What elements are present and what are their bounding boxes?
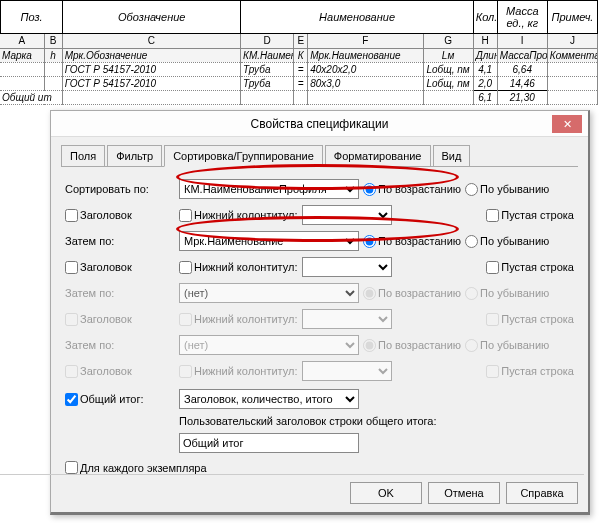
sort1-desc-radio[interactable]	[465, 183, 478, 196]
table-row[interactable]: ГОСТ Р 54157-2010 Труба = 80x3,0 Lобщ, п…	[0, 77, 598, 91]
tab-sort[interactable]: Сортировка/Группирование	[164, 145, 323, 167]
sort1-header-check[interactable]	[65, 209, 78, 222]
cancel-button[interactable]: Отмена	[428, 482, 500, 504]
sort2-header-check[interactable]	[65, 261, 78, 274]
sort2-footer-check[interactable]	[179, 261, 192, 274]
col-mass: Масса ед., кг	[497, 1, 547, 34]
sort1-blank-check[interactable]	[486, 209, 499, 222]
total-row: Общий ит 6,1 21,30	[0, 91, 598, 105]
sort3-header-check	[65, 313, 78, 326]
grand-total-check[interactable]	[65, 393, 78, 406]
subheader-row: Марка h Мрк.Обозначение КМ.Наименов К Мр…	[0, 49, 598, 63]
sort3-desc-radio	[465, 287, 478, 300]
sort4-label: Затем по:	[65, 339, 175, 351]
sort4-select: (нет)	[179, 335, 359, 355]
sort1-asc-radio[interactable]	[363, 183, 376, 196]
tab-fields[interactable]: Поля	[61, 145, 105, 167]
sort4-footer-check	[179, 365, 192, 378]
sort1-footer-check[interactable]	[179, 209, 192, 222]
sort2-label: Затем по:	[65, 235, 175, 247]
each-instance-check[interactable]	[65, 461, 78, 474]
sort3-footer-check	[179, 313, 192, 326]
sort-by-label: Сортировать по:	[65, 183, 175, 195]
col-name: Наименование	[241, 1, 473, 34]
col-note: Примеч.	[547, 1, 597, 34]
close-button[interactable]: ✕	[552, 115, 582, 133]
tab-view[interactable]: Вид	[433, 145, 471, 167]
gt-custom-label: Пользовательский заголовок строки общего…	[179, 415, 437, 427]
sort3-footer-select	[302, 309, 392, 329]
grand-total-mode-select[interactable]: Заголовок, количество, итого	[179, 389, 359, 409]
schedule-header-table: Поз. Обозначение Наименование Кол. Масса…	[0, 0, 598, 34]
column-letters-row: ABCDEFGHIJ	[0, 34, 598, 49]
col-desig: Обозначение	[63, 1, 241, 34]
sort4-asc-radio	[363, 339, 376, 352]
sort4-footer-select	[302, 361, 392, 381]
schedule-properties-dialog: Свойства спецификации ✕ Поля Фильтр Сорт…	[50, 110, 590, 515]
dialog-buttons: OK Отмена Справка	[350, 482, 578, 504]
sort2-asc-radio[interactable]	[363, 235, 376, 248]
sort1-select[interactable]: КМ.НаименованиеПрофиля	[179, 179, 359, 199]
col-pos: Поз.	[1, 1, 63, 34]
schedule-data-table: Марка h Мрк.Обозначение КМ.Наименов К Мр…	[0, 49, 598, 106]
sort3-blank-check	[486, 313, 499, 326]
sort3-label: Затем по:	[65, 287, 175, 299]
dialog-title: Свойства спецификации	[251, 117, 389, 131]
sort3-select[interactable]: (нет)	[179, 283, 359, 303]
sort4-header-check	[65, 365, 78, 378]
sort2-desc-radio[interactable]	[465, 235, 478, 248]
help-button[interactable]: Справка	[506, 482, 578, 504]
sort3-asc-radio	[363, 287, 376, 300]
sort1-footer-select[interactable]	[302, 205, 392, 225]
col-qty: Кол.	[473, 1, 497, 34]
ok-button[interactable]: OK	[350, 482, 422, 504]
sort2-blank-check[interactable]	[486, 261, 499, 274]
tab-filter[interactable]: Фильтр	[107, 145, 162, 167]
table-row[interactable]: ГОСТ Р 54157-2010 Труба = 40x20x2,0 Lобщ…	[0, 63, 598, 77]
sort4-blank-check	[486, 365, 499, 378]
tab-format[interactable]: Форматирование	[325, 145, 431, 167]
sort2-footer-select[interactable]	[302, 257, 392, 277]
sort4-desc-radio	[465, 339, 478, 352]
sort2-select[interactable]: Мрк.Наименование	[179, 231, 359, 251]
tabs: Поля Фильтр Сортировка/Группирование Фор…	[61, 145, 578, 167]
grand-total-title-input[interactable]	[179, 433, 359, 453]
dialog-titlebar[interactable]: Свойства спецификации ✕	[51, 111, 588, 137]
